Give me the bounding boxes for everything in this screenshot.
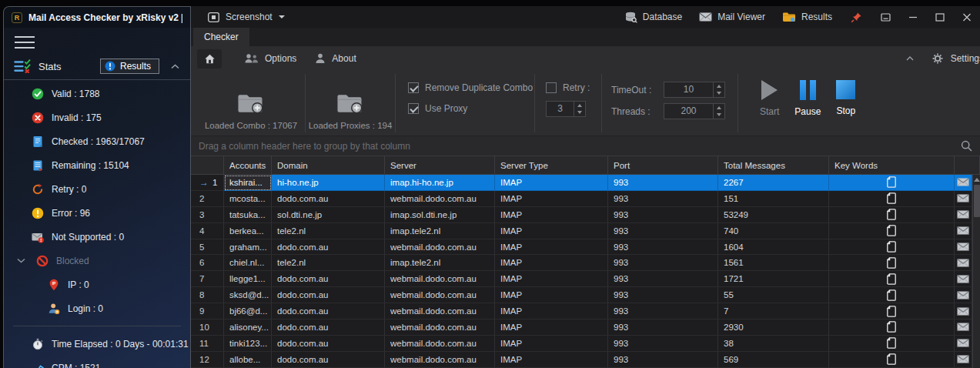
combo-options-group: Remove Duplicate Combo Use Proxy — [396, 71, 534, 135]
sidebar-item-blocked[interactable]: Blocked — [4, 249, 190, 273]
pause-button[interactable]: Pause — [794, 80, 821, 135]
sidebar-item-error[interactable]: Error : 96 — [4, 201, 190, 225]
table-row[interactable]: 7llegge1...dodo.com.auwebmail.dodo.com.a… — [191, 271, 980, 287]
mail-viewer-button[interactable]: Mail Viewer — [691, 6, 774, 28]
results-folder-button[interactable]: Results — [774, 6, 841, 28]
search-icon[interactable] — [961, 140, 972, 152]
sidebar-item-retry[interactable]: Retry : 0 — [4, 177, 190, 201]
column-header-row-number[interactable] — [191, 156, 224, 174]
ribbon-collapse-icon[interactable] — [906, 56, 914, 61]
stepper-buttons[interactable] — [713, 104, 724, 119]
sidebar-item-not-supported[interactable]: Not Supported : 0 — [4, 225, 190, 249]
pin-button[interactable] — [841, 6, 872, 28]
sidebar-item-time-elapsed[interactable]: Time Elapsed : 0 Days - 00:01:31 — [4, 332, 190, 356]
open-mail-icon[interactable] — [957, 291, 969, 299]
open-mail-icon[interactable] — [957, 178, 969, 186]
stop-button[interactable]: Stop — [836, 80, 855, 135]
scroll-up-icon[interactable] — [974, 178, 980, 182]
retry-checkbox[interactable]: Retry : — [546, 82, 601, 93]
error-icon — [31, 207, 44, 219]
table-row[interactable]: 2mcosta...dodo.com.auwebmail.dodo.com.au… — [191, 191, 980, 207]
remove-duplicate-checkbox[interactable]: Remove Duplicate Combo — [408, 82, 534, 93]
sidebar-item-login[interactable]: Login : 0 — [4, 296, 190, 320]
open-mail-icon[interactable] — [957, 339, 969, 347]
open-mail-icon[interactable] — [957, 210, 969, 219]
tab-about[interactable]: About — [306, 46, 365, 71]
screenshot-menu[interactable]: Screenshot — [200, 6, 293, 28]
window-tray-button[interactable] — [872, 6, 899, 28]
open-mail-icon[interactable] — [957, 355, 969, 363]
database-button[interactable]: Database — [617, 6, 691, 28]
home-tab-button[interactable] — [197, 49, 222, 69]
collapse-up-icon[interactable] — [171, 64, 179, 69]
sidebar-item-valid[interactable]: Valid : 1788 — [4, 82, 190, 105]
vertical-scrollbar[interactable] — [972, 175, 980, 368]
group-by-bar[interactable]: Drag a column header here to group by th… — [191, 135, 980, 156]
sidebar-item-checked[interactable]: Checked : 1963/17067 — [4, 129, 190, 153]
minimize-button[interactable] — [899, 6, 926, 28]
column-header-key-words[interactable]: Key Words — [829, 156, 955, 174]
hamburger-menu-icon[interactable] — [15, 36, 35, 49]
cell-key-words — [829, 175, 955, 191]
cell-mail — [955, 207, 972, 223]
timeout-stepper[interactable]: 10 — [664, 82, 725, 98]
gear-icon[interactable] — [932, 53, 943, 64]
table-row[interactable]: 10alisoney...dodo.com.auwebmail.dodo.com… — [191, 319, 980, 336]
open-mail-icon[interactable] — [957, 194, 969, 202]
loaded-proxies-label: Loaded Proxies : 194 — [309, 121, 393, 130]
cell-row-number: 3 — [191, 207, 224, 223]
tab-checker[interactable]: Checker — [193, 28, 249, 46]
results-button[interactable]: Results — [100, 59, 159, 74]
settings-button[interactable]: Settings — [951, 53, 980, 64]
sidebar-item-label: Remaining : 15104 — [52, 160, 129, 171]
sidebar-titlebar[interactable]: R Mail Access Checker by xRisky v2 [ Fre… — [4, 7, 190, 28]
open-mail-icon[interactable] — [957, 226, 969, 235]
threads-stepper[interactable]: 200 — [664, 103, 725, 119]
column-header-accounts[interactable]: Accounts — [224, 156, 272, 174]
table-row[interactable]: 12allobe...dodo.com.auwebmail.dodo.com.a… — [191, 352, 980, 368]
cell-key-words — [829, 207, 955, 223]
column-header-total-messages[interactable]: Total Messages — [718, 156, 829, 174]
open-mail-icon[interactable] — [957, 307, 969, 316]
cell-row-number: 8 — [191, 287, 224, 303]
open-mail-icon[interactable] — [957, 275, 969, 283]
table-row[interactable]: 4berkea...tele2.nlimap.tele2.nlIMAP99374… — [191, 223, 980, 239]
column-header-domain[interactable]: Domain — [272, 156, 385, 174]
retry-count-stepper[interactable]: 3 — [546, 101, 586, 117]
column-header-mail[interactable] — [955, 156, 980, 174]
sidebar-item-cpm[interactable]: CPM : 1521 — [4, 356, 190, 368]
loaded-combo-button[interactable]: Loaded Combo : 17067 — [197, 71, 305, 135]
tab-options[interactable]: Options — [236, 46, 306, 71]
table-row[interactable]: 11tinki123...dodo.com.auwebmail.dodo.com… — [191, 336, 980, 352]
sidebar-item-invalid[interactable]: Invalid : 175 — [4, 105, 190, 129]
column-header-server[interactable]: Server — [385, 156, 495, 174]
loaded-proxies-button[interactable]: Loaded Proxies : 194 — [306, 71, 395, 135]
screenshot-icon — [208, 12, 219, 22]
ribbon-content: Loaded Combo : 17067 Loaded Proxies : 19… — [191, 71, 980, 135]
cell-server: imap.sol.dti.ne.jp — [385, 207, 495, 223]
close-button[interactable] — [953, 6, 980, 28]
use-proxy-checkbox[interactable]: Use Proxy — [408, 103, 534, 114]
open-mail-icon[interactable] — [957, 259, 969, 267]
table-row[interactable]: 3tatsuka...sol.dti.ne.jpimap.sol.dti.ne.… — [191, 207, 980, 223]
scrollbar-thumb[interactable] — [974, 185, 980, 217]
table-row[interactable]: 5graham...dodo.com.auwebmail.dodo.com.au… — [191, 239, 980, 256]
table-row[interactable]: 6chiel.nl...tele2.nlimap.tele2.nlIMAP993… — [191, 255, 980, 271]
table-row[interactable]: 9bj66@d...dodo.com.auwebmail.dodo.com.au… — [191, 303, 980, 319]
column-header-port[interactable]: Port — [608, 156, 718, 174]
retry-group: Retry : 3 — [535, 71, 601, 135]
sidebar-item-remaining[interactable]: Remaining : 15104 — [4, 153, 190, 177]
cell-total-messages: 151 — [718, 191, 829, 207]
start-button[interactable]: Start — [760, 80, 779, 135]
open-mail-icon[interactable] — [957, 243, 969, 251]
open-mail-icon[interactable] — [957, 323, 969, 331]
column-header-server-type[interactable]: Server Type — [495, 156, 608, 174]
maximize-button[interactable] — [926, 6, 953, 28]
stepper-buttons[interactable] — [713, 82, 724, 97]
stepper-buttons[interactable] — [574, 102, 585, 116]
table-row[interactable]: 8sksd@d...dodo.com.auwebmail.dodo.com.au… — [191, 287, 980, 303]
cell-row-number: 6 — [191, 255, 224, 271]
sidebar-item-ip[interactable]: IPIP : 0 — [4, 273, 190, 296]
table-row[interactable]: →1kshirai...hi-ho.ne.jpimap.hi-ho.ne.jpI… — [191, 175, 980, 191]
doc-page-icon — [886, 321, 897, 333]
